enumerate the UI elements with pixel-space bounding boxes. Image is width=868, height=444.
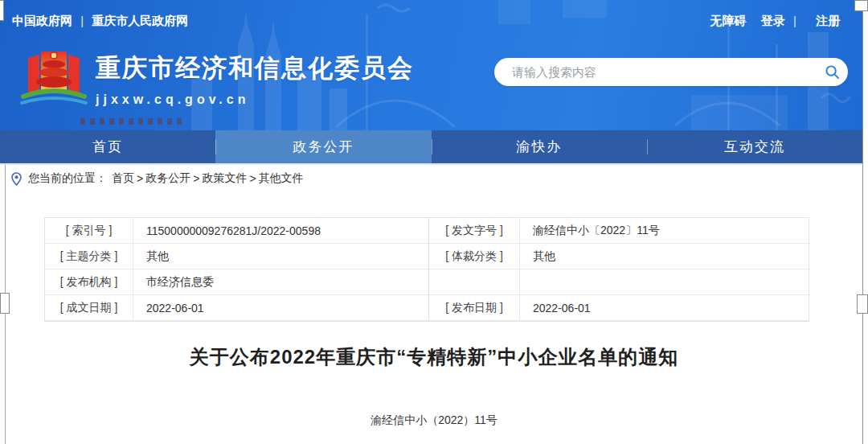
meta-label-publish-date: [ 发布日期 ]	[429, 295, 520, 321]
meta-value-publish-date: 2022-06-01	[520, 295, 810, 321]
right-edge-strip	[862, 0, 868, 444]
nav-tab-gov-disclosure[interactable]: 政务公开	[215, 130, 431, 163]
meta-value-written-date: 2022-06-01	[133, 295, 429, 321]
meta-label-genre-class: [ 体裁分类 ]	[429, 244, 520, 269]
document-number: 渝经信中小（2022）11号	[32, 413, 836, 428]
location-pin-icon	[11, 172, 22, 186]
document-title: 关于公布2022年重庆市“专精特新”中小企业名单的通知	[32, 344, 836, 370]
topbar-divider-2: |	[793, 14, 796, 27]
meta-value-topic-class: 其他	[133, 244, 429, 269]
nav-tab-home[interactable]: 首页	[0, 130, 215, 163]
site-brand[interactable]: 重庆市经济和信息化委员会 jjxxw.cq.gov.cn	[20, 45, 414, 113]
breadcrumb-prefix: 您当前的位置：	[28, 171, 107, 186]
breadcrumb-policy-files[interactable]: 政策文件	[202, 171, 247, 186]
breadcrumb-other-files[interactable]: 其他文件	[259, 171, 304, 186]
link-accessibility[interactable]: 无障碍	[710, 14, 747, 27]
topbar-divider: |	[80, 14, 84, 27]
breadcrumb-gov-disclosure[interactable]: 政务公开	[145, 171, 190, 186]
link-login[interactable]: 登录	[761, 14, 785, 27]
meta-value-index-no: 11500000009276281J/2022-00598	[133, 218, 429, 244]
breadcrumb: 您当前的位置： 首页 > 政务公开 > 政策文件 > 其他文件	[11, 171, 304, 186]
link-register[interactable]: 注册	[816, 14, 840, 27]
search-button[interactable]	[816, 58, 848, 86]
right-crop-handle	[857, 294, 868, 314]
site-header-banner: 中国政府网 | 重庆市人民政府网 无障碍 登录 | 注册	[0, 0, 862, 130]
meta-value-issuing-agency: 市经济信息委	[133, 269, 429, 295]
meta-value-doc-no: 渝经信中小〔2022〕11号	[520, 218, 810, 244]
meta-label-doc-no: [ 发文字号 ]	[429, 218, 520, 244]
main-nav: 首页 政务公开 渝快办 互动交流	[0, 130, 862, 163]
link-china-gov[interactable]: 中国政府网	[12, 14, 72, 27]
page: 中国政府网 | 重庆市人民政府网 无障碍 登录 | 注册	[0, 0, 868, 444]
meta-value-genre-class: 其他	[520, 244, 810, 269]
left-crop-handle	[0, 293, 10, 314]
meta-value-empty	[520, 269, 810, 295]
top-right-crop-handle	[854, 0, 868, 11]
link-cq-gov[interactable]: 重庆市人民政府网	[92, 14, 188, 27]
topbar-left-links: 中国政府网 | 重庆市人民政府网	[12, 14, 188, 29]
search-input[interactable]	[494, 65, 816, 79]
site-url: jjxxw.cq.gov.cn	[96, 92, 414, 107]
topbar: 中国政府网 | 重庆市人民政府网 无障碍 登录 | 注册	[12, 14, 840, 29]
breadcrumb-separator: >	[137, 172, 143, 185]
meta-label-empty	[429, 269, 520, 295]
meta-label-topic-class: [ 主题分类 ]	[45, 244, 133, 269]
top-left-crop-handle	[0, 0, 4, 21]
site-logo-icon	[20, 45, 88, 113]
breadcrumb-separator: >	[249, 172, 256, 185]
brand-text: 重庆市经济和信息化委员会 jjxxw.cq.gov.cn	[96, 45, 414, 107]
nav-underline	[0, 163, 862, 165]
document-meta-table: [ 索引号 ] 11500000009276281J/2022-00598 [ …	[44, 217, 809, 322]
search-bar	[494, 58, 848, 86]
topbar-right-links: 无障碍 登录 | 注册	[699, 14, 840, 29]
meta-label-issuing-agency: [ 发布机构 ]	[45, 269, 133, 295]
meta-label-written-date: [ 成文日期 ]	[45, 295, 133, 321]
site-title: 重庆市经济和信息化委员会	[96, 51, 414, 85]
nav-tab-interaction[interactable]: 互动交流	[647, 130, 862, 163]
nav-tab-yukuaiban[interactable]: 渝快办	[432, 130, 647, 163]
breadcrumb-home[interactable]: 首页	[112, 171, 134, 186]
search-icon	[825, 64, 840, 80]
breadcrumb-separator: >	[193, 172, 199, 185]
meta-label-index-no: [ 索引号 ]	[45, 218, 133, 244]
